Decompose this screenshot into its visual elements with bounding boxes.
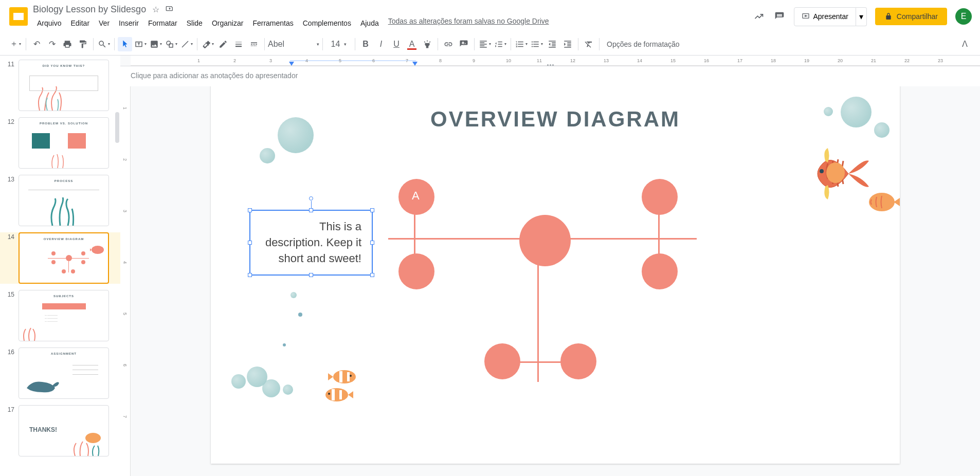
slide-thumb-16[interactable]: ASSIGNMENT xyxy=(19,347,109,399)
numbered-list-button[interactable] xyxy=(514,37,529,51)
bubble-decoration xyxy=(298,313,302,317)
resize-handle[interactable] xyxy=(248,241,252,245)
select-tool[interactable] xyxy=(118,37,132,51)
svg-rect-31 xyxy=(339,390,342,399)
present-icon xyxy=(802,12,810,21)
diagram-node[interactable] xyxy=(642,179,678,215)
present-dropdown[interactable]: ▾ xyxy=(856,7,867,26)
vertical-ruler[interactable]: 1234567 xyxy=(120,66,131,476)
diagram-node[interactable] xyxy=(560,343,596,379)
rotate-handle[interactable] xyxy=(309,196,313,200)
slide-thumb-11[interactable]: DID YOU KNOW THIS? xyxy=(19,60,109,111)
menu-slide[interactable]: Slide xyxy=(183,17,207,29)
resize-handle[interactable] xyxy=(370,273,374,277)
main-area: 11 DID YOU KNOW THIS? 12 PROBLEM VS. SOL… xyxy=(0,56,980,476)
menu-complementos[interactable]: Complementos xyxy=(299,17,355,29)
menu-ajuda[interactable]: Ajuda xyxy=(356,17,383,29)
diagram-node[interactable] xyxy=(398,253,434,289)
fill-color-button[interactable] xyxy=(201,37,215,51)
resize-handle[interactable] xyxy=(370,208,374,212)
textbox-tool[interactable] xyxy=(133,37,148,51)
slide-thumb-17[interactable]: THANKS! xyxy=(19,405,109,456)
app-logo[interactable] xyxy=(8,6,29,27)
whale-decoration xyxy=(24,373,60,396)
slide-panel[interactable]: 11 DID YOU KNOW THIS? 12 PROBLEM VS. SOL… xyxy=(0,56,120,476)
italic-button[interactable]: I xyxy=(374,37,388,51)
slide-thumb-13[interactable]: PROCESS xyxy=(19,175,109,226)
share-label: Compartilhar xyxy=(897,12,938,21)
move-icon[interactable] xyxy=(166,4,174,14)
highlight-button[interactable] xyxy=(420,37,434,51)
slide-number: 11 xyxy=(4,60,14,111)
star-icon[interactable]: ☆ xyxy=(152,5,159,14)
comment-button[interactable] xyxy=(457,37,471,51)
font-select[interactable]: Abel▾ xyxy=(268,37,319,51)
redo-button[interactable]: ↷ xyxy=(45,37,59,51)
document-title[interactable]: Biology Lesson by Slidesgo xyxy=(33,4,146,15)
slide-thumb-12[interactable]: PROBLEM VS. SOLUTION xyxy=(19,117,109,169)
diagram-node-a[interactable]: A xyxy=(398,179,434,215)
print-button[interactable] xyxy=(60,37,75,51)
bold-button[interactable]: B xyxy=(358,37,373,51)
diagram-node-center[interactable] xyxy=(519,215,571,266)
format-options-button[interactable]: Opções de formatação xyxy=(603,40,684,48)
slide-number: 17 xyxy=(4,405,14,456)
slide-thumb-15[interactable]: SUBJECTS — —————— —————— ————— xyxy=(19,290,109,341)
menu-ferramentas[interactable]: Ferramentas xyxy=(248,17,297,29)
svg-rect-11 xyxy=(235,46,242,47)
slide-number: 12 xyxy=(4,117,14,169)
collapse-toolbar-button[interactable]: ᐱ xyxy=(957,37,972,51)
clear-formatting-button[interactable] xyxy=(582,37,596,51)
slide-number: 16 xyxy=(4,347,14,399)
menu-editar[interactable]: Editar xyxy=(66,17,94,29)
resize-handle[interactable] xyxy=(370,241,374,245)
font-size-input[interactable]: 14▾ xyxy=(326,37,352,51)
slide-thumb-14[interactable]: OVERVIEW DIAGRAM xyxy=(19,232,109,284)
line-tool[interactable] xyxy=(179,37,194,51)
description-textbox[interactable]: This is a description. Keep it short and… xyxy=(249,210,373,276)
border-color-button[interactable] xyxy=(216,37,230,51)
slide-title[interactable]: OVERVIEW DIAGRAM xyxy=(430,107,680,132)
diagram-node[interactable] xyxy=(642,253,678,289)
notes-drag-handle[interactable] xyxy=(542,64,558,66)
menu-ver[interactable]: Ver xyxy=(95,17,114,29)
share-button[interactable]: Compartilhar xyxy=(875,8,947,25)
text-color-button[interactable]: A xyxy=(405,37,419,51)
paint-format-button[interactable] xyxy=(76,37,90,51)
border-dash-button[interactable] xyxy=(247,37,261,51)
save-status[interactable]: Todas as alterações foram salvas no Goog… xyxy=(388,17,549,29)
indent-decrease-button[interactable] xyxy=(545,37,559,51)
resize-handle[interactable] xyxy=(309,273,313,277)
activity-icon[interactable] xyxy=(753,10,765,23)
slide-number: 15 xyxy=(4,290,14,341)
comments-icon[interactable] xyxy=(773,10,786,23)
menu-organizar[interactable]: Organizar xyxy=(208,17,247,29)
textbox-content[interactable]: This is a description. Keep it short and… xyxy=(265,220,361,265)
menu-arquivo[interactable]: Arquivo xyxy=(33,17,65,29)
menu-inserir[interactable]: Inserir xyxy=(115,17,143,29)
border-weight-button[interactable] xyxy=(231,37,246,51)
resize-handle[interactable] xyxy=(248,208,252,212)
svg-rect-14 xyxy=(253,44,255,45)
align-button[interactable] xyxy=(478,37,492,51)
link-button[interactable] xyxy=(441,37,456,51)
bulleted-list-button[interactable] xyxy=(530,37,544,51)
speaker-notes[interactable]: Clique para adicionar as anotações do ap… xyxy=(120,66,980,86)
sidebar-scrollbar[interactable] xyxy=(115,112,119,143)
underline-button[interactable]: U xyxy=(389,37,404,51)
menu-formatar[interactable]: Formatar xyxy=(144,17,182,29)
diagram-node[interactable] xyxy=(484,343,520,379)
user-avatar[interactable]: E xyxy=(955,8,972,25)
zoom-button[interactable] xyxy=(97,37,111,51)
slide-canvas[interactable]: OVERVIEW DIAGRAM This is a description. … xyxy=(211,76,900,464)
line-spacing-button[interactable] xyxy=(493,37,507,51)
fish-decoration xyxy=(90,244,105,257)
shape-tool[interactable] xyxy=(164,37,178,51)
resize-handle[interactable] xyxy=(248,273,252,277)
new-slide-button[interactable]: ＋ xyxy=(8,37,23,51)
image-tool[interactable] xyxy=(149,37,163,51)
present-button[interactable]: Apresentar xyxy=(794,7,856,26)
indent-increase-button[interactable] xyxy=(560,37,575,51)
undo-button[interactable]: ↶ xyxy=(29,37,44,51)
resize-handle[interactable] xyxy=(309,208,313,212)
